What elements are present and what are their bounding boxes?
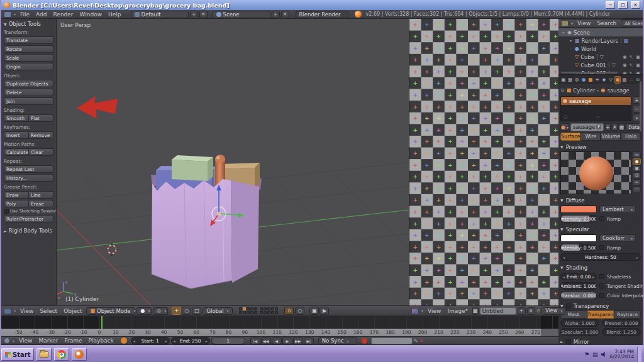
blend-slider[interactable]: Blend: 1.250 bbox=[602, 328, 641, 336]
pivot-center-selector[interactable]: ◎▾ bbox=[153, 307, 168, 315]
image-name-field[interactable]: Untitled bbox=[480, 307, 516, 315]
visibility-eye-icon[interactable]: ◉ bbox=[623, 62, 627, 68]
titlebar[interactable]: Blender [C:\Users\Revel\Desktop\groceryb… bbox=[1, 0, 643, 10]
selectable-arrow-icon[interactable]: ↖ bbox=[630, 62, 633, 68]
record-button[interactable] bbox=[362, 338, 367, 344]
new-image-button[interactable]: + bbox=[518, 307, 526, 315]
menu-file[interactable]: File bbox=[17, 11, 33, 18]
tab-particles-icon[interactable]: ∴ bbox=[628, 76, 635, 84]
tool-button-delete[interactable]: Delete bbox=[4, 89, 53, 96]
new-material-button[interactable]: + bbox=[605, 123, 611, 131]
layer-cell[interactable] bbox=[260, 311, 263, 314]
fake-user-button[interactable]: F bbox=[596, 124, 601, 129]
uv-image-editor[interactable]: ++++++++++++++++++++++++++++++++++++++++… bbox=[409, 19, 558, 305]
menu-view[interactable]: View bbox=[574, 20, 594, 26]
tab-object-data-icon[interactable]: ▽ bbox=[608, 76, 614, 84]
hardness-slider[interactable]: Hardness: 50 bbox=[560, 253, 641, 261]
tool-button-duplicate-objects[interactable]: Duplicate Objects bbox=[4, 80, 53, 87]
menu-view[interactable]: View bbox=[16, 337, 35, 344]
material-type-halo[interactable]: Halo bbox=[621, 133, 641, 141]
jump-to-end-button[interactable]: ▶| bbox=[304, 337, 314, 344]
next-keyframe-button[interactable]: ▶▶ bbox=[293, 337, 303, 344]
expander-icon[interactable]: ▾ bbox=[569, 38, 573, 43]
preview-hair-button[interactable]: ≈ bbox=[633, 179, 641, 185]
transparency-section-header[interactable]: ▼ Transparency bbox=[560, 302, 641, 310]
selectable-arrow-icon[interactable]: ↖ bbox=[630, 54, 633, 60]
tool-button-flat[interactable]: Flat bbox=[29, 114, 53, 122]
tab-material-icon[interactable]: ● bbox=[614, 76, 621, 84]
specular-intensity-slider[interactable]: Intensity: 0.500 bbox=[560, 244, 597, 251]
translate-manipulator-button[interactable]: + bbox=[172, 307, 181, 315]
play-button[interactable]: ▶ bbox=[282, 337, 292, 344]
opengl-render-button[interactable]: ▣ bbox=[309, 307, 319, 315]
start-frame-field[interactable]: Start: 1 bbox=[131, 337, 170, 344]
add-scene-button[interactable]: + bbox=[272, 11, 280, 18]
layer-cell[interactable] bbox=[239, 307, 242, 310]
tab-modifiers-icon[interactable]: ◆ bbox=[601, 76, 608, 84]
material-slot-active[interactable]: ● sausage bbox=[561, 97, 631, 105]
outliner-item-cube-001[interactable]: ·▽Cube.001|▽◉↖▣ bbox=[558, 61, 643, 69]
use-sketching-sessions-checkbox[interactable] bbox=[4, 209, 9, 214]
layer-cell[interactable] bbox=[260, 307, 263, 310]
keying-set-field[interactable] bbox=[371, 337, 413, 344]
diffuse-ramp-checkbox[interactable] bbox=[599, 216, 604, 221]
diffuse-shader-selector[interactable]: Lambert▾ bbox=[599, 206, 636, 213]
viewport-editor-icon[interactable] bbox=[4, 308, 11, 314]
menu-window[interactable]: Window bbox=[77, 11, 106, 18]
ambient-slider[interactable]: Ambient: 1.000 bbox=[560, 282, 597, 290]
browse-material-button[interactable]: ●▾ bbox=[560, 123, 569, 131]
render-engine-selector[interactable]: Blender Render bbox=[296, 11, 348, 18]
unlink-material-button[interactable]: ✕ bbox=[612, 123, 618, 131]
tool-button-join[interactable]: Join bbox=[4, 97, 53, 105]
diffuse-section-header[interactable]: ▼ Diffuse bbox=[560, 196, 641, 204]
editor-type-icon[interactable] bbox=[4, 11, 11, 18]
preview-monkey-button[interactable]: ☺ bbox=[633, 172, 641, 178]
current-frame-field[interactable]: 1 bbox=[211, 337, 245, 344]
browse-image-button[interactable]: ▦ bbox=[472, 307, 479, 315]
layer-cell[interactable] bbox=[275, 311, 278, 314]
timeline-ruler[interactable]: -50-40-30-20-100102030405060708090100110… bbox=[1, 329, 541, 336]
taskbar-chrome-button[interactable] bbox=[54, 348, 69, 361]
volume-icon[interactable] bbox=[601, 352, 607, 358]
preview-flat-button[interactable]: ▭ bbox=[633, 151, 641, 158]
menu-add[interactable]: Add bbox=[33, 11, 50, 18]
tool-button-draw[interactable]: Draw bbox=[4, 191, 29, 199]
specular-slider[interactable]: Specular: 1.000 bbox=[560, 328, 599, 336]
insert-keyframe-icon[interactable]: ✎ bbox=[414, 338, 418, 344]
proportional-edit-button[interactable]: ○ bbox=[295, 307, 304, 315]
play-reverse-button[interactable]: ◀ bbox=[272, 337, 282, 344]
renderable-camera-icon[interactable]: ▣ bbox=[636, 54, 640, 60]
tool-button-clear[interactable]: Clear bbox=[29, 148, 53, 156]
nodes-button[interactable]: ▦ bbox=[619, 123, 625, 131]
tangent-shading-checkbox[interactable] bbox=[599, 283, 604, 288]
delete-keyframe-icon[interactable]: ✕ bbox=[419, 338, 423, 344]
timeline-editor-icon[interactable] bbox=[4, 337, 10, 344]
material-type-wire[interactable]: Wire bbox=[580, 133, 601, 141]
properties-scrollbar[interactable] bbox=[640, 81, 641, 131]
opengl-render-anim-button[interactable]: ▶ bbox=[319, 307, 329, 315]
tool-button-smooth[interactable]: Smooth bbox=[4, 114, 29, 122]
preview-section-header[interactable]: ▼ Preview bbox=[560, 143, 641, 151]
unlink-image-button[interactable]: ✕ bbox=[527, 307, 535, 315]
menu-marker[interactable]: Marker bbox=[35, 337, 61, 344]
layer-cell[interactable] bbox=[264, 307, 267, 310]
rigid-body-tools-panel[interactable]: ► Rigid Body Tools bbox=[4, 228, 53, 234]
mode-selector[interactable]: ■ Object Mode ▾ bbox=[86, 307, 135, 315]
tool-button-translate[interactable]: Translate bbox=[4, 36, 53, 44]
3d-viewport[interactable]: z y x User Persp (1) Cylinder bbox=[57, 19, 409, 305]
diffuse-intensity-slider[interactable]: Intensity: 0.800 bbox=[560, 215, 597, 222]
tab-texture-icon[interactable]: ▩ bbox=[621, 76, 628, 84]
expander-icon[interactable]: · bbox=[569, 55, 573, 59]
menu-object[interactable]: Object bbox=[60, 308, 85, 314]
current-frame-line[interactable] bbox=[101, 316, 103, 329]
tool-button-repeat-last[interactable]: Repeat Last bbox=[4, 165, 53, 173]
maximize-button[interactable]: □ bbox=[618, 1, 628, 9]
tab-scene-icon[interactable]: ◍ bbox=[574, 76, 580, 84]
taskbar-clock[interactable]: 2:43 PM 6/22/2014 bbox=[610, 349, 634, 359]
specular-color-swatch[interactable] bbox=[560, 234, 597, 242]
taskbar-blender-button[interactable] bbox=[72, 348, 87, 361]
layer-cell[interactable] bbox=[271, 307, 274, 310]
menu-render[interactable]: Render bbox=[50, 11, 77, 18]
layer-cell[interactable] bbox=[271, 311, 274, 314]
expander-icon[interactable]: · bbox=[569, 47, 573, 51]
